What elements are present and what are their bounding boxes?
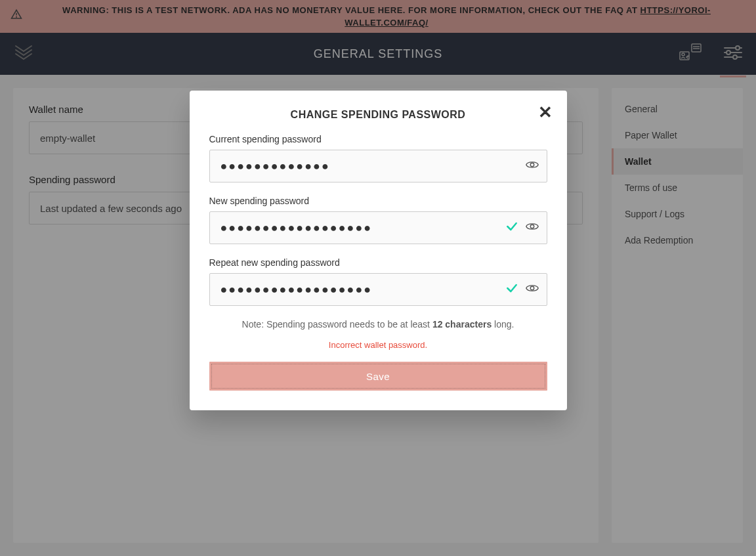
password-length-note: Note: Spending password needs to be at l… (209, 319, 547, 330)
change-spending-password-modal: CHANGE SPENDING PASSWORD ✕ Current spend… (190, 91, 567, 410)
toggle-visibility-icon[interactable] (525, 158, 539, 175)
toggle-visibility-icon[interactable] (525, 281, 539, 298)
note-prefix: Note: Spending password needs to be at l… (242, 319, 432, 330)
new-password-input[interactable] (209, 211, 547, 244)
toggle-visibility-icon[interactable] (525, 219, 539, 236)
valid-check-icon (505, 282, 518, 297)
note-suffix: long. (492, 319, 514, 330)
save-button[interactable]: Save (209, 362, 547, 391)
svg-point-13 (530, 163, 534, 167)
modal-overlay[interactable]: CHANGE SPENDING PASSWORD ✕ Current spend… (0, 0, 756, 556)
modal-title: CHANGE SPENDING PASSWORD (209, 109, 547, 121)
new-password-label: New spending password (209, 196, 547, 206)
valid-check-icon (505, 220, 518, 236)
current-password-input[interactable] (209, 150, 547, 182)
repeat-password-label: Repeat new spending password (209, 257, 547, 268)
note-strong: 12 characters (432, 319, 492, 330)
close-icon[interactable]: ✕ (538, 104, 553, 121)
svg-point-14 (530, 225, 534, 228)
error-message: Incorrect wallet password. (209, 340, 547, 350)
repeat-password-input[interactable] (209, 273, 547, 306)
svg-point-15 (530, 286, 534, 290)
current-password-label: Current spending password (209, 134, 547, 144)
